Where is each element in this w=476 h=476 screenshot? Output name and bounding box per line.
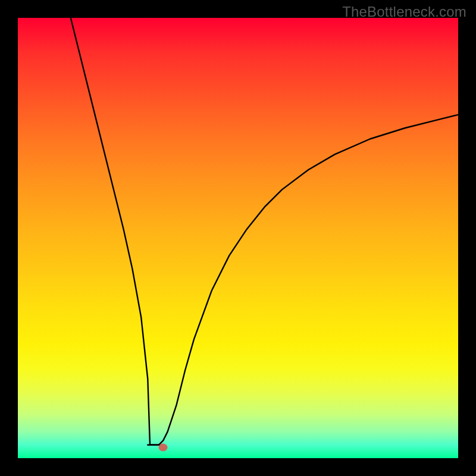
minimum-marker-dot	[159, 443, 168, 451]
bottleneck-curve	[71, 18, 458, 445]
watermark-text: TheBottleneck.com	[342, 4, 466, 20]
plot-area	[18, 18, 458, 458]
curve-svg	[18, 18, 458, 458]
chart-stage: TheBottleneck.com	[0, 0, 476, 476]
